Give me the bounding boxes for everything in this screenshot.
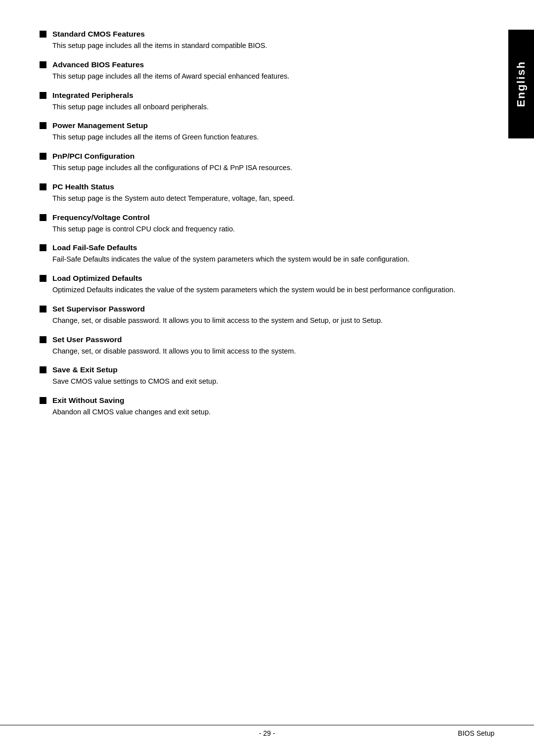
section-user-password: Set User PasswordChange, set, or disable… <box>40 335 485 357</box>
section-desc-exit-without-saving: Abandon all CMOS value changes and exit … <box>52 407 485 418</box>
section-desc-user-password: Change, set, or disable password. It all… <box>52 346 485 357</box>
section-desc-load-failsafe: Fail-Safe Defaults indicates the value o… <box>52 254 485 265</box>
bullet-icon-pc-health <box>40 183 46 190</box>
section-pc-health: PC Health StatusThis setup page is the S… <box>40 182 485 204</box>
section-advanced-bios: Advanced BIOS FeaturesThis setup page in… <box>40 60 485 82</box>
bullet-icon-advanced-bios <box>40 61 46 68</box>
section-title-pc-health: PC Health Status <box>52 182 114 191</box>
section-pnp-pci: PnP/PCI ConfigurationThis setup page inc… <box>40 152 485 174</box>
section-header-exit-without-saving: Exit Without Saving <box>40 396 485 405</box>
section-header-load-failsafe: Load Fail-Safe Defaults <box>40 243 485 252</box>
bullet-icon-exit-without-saving <box>40 397 46 404</box>
section-header-save-exit: Save & Exit Setup <box>40 365 485 374</box>
section-desc-save-exit: Save CMOS value settings to CMOS and exi… <box>52 376 485 387</box>
page-container: English Standard CMOS FeaturesThis setup… <box>0 0 534 756</box>
section-title-power-management: Power Management Setup <box>52 121 148 130</box>
section-title-supervisor-password: Set Supervisor Password <box>52 305 145 313</box>
section-header-freq-voltage: Frequency/Voltage Control <box>40 213 485 222</box>
section-title-exit-without-saving: Exit Without Saving <box>52 396 124 405</box>
bullet-icon-load-failsafe <box>40 244 46 251</box>
section-load-failsafe: Load Fail-Safe DefaultsFail-Safe Default… <box>40 243 485 265</box>
bullet-icon-freq-voltage <box>40 214 46 221</box>
section-desc-pnp-pci: This setup page includes all the configu… <box>52 163 485 174</box>
section-header-supervisor-password: Set Supervisor Password <box>40 305 485 313</box>
footer-right: BIOS Setup <box>458 729 494 737</box>
footer-center: - 29 - <box>259 729 275 737</box>
section-desc-power-management: This setup page includes all the items o… <box>52 132 485 143</box>
section-desc-pc-health: This setup page is the System auto detec… <box>52 193 485 204</box>
section-standard-cmos: Standard CMOS FeaturesThis setup page in… <box>40 30 485 51</box>
main-content: Standard CMOS FeaturesThis setup page in… <box>0 0 534 756</box>
footer: - 29 - BIOS Setup <box>0 725 534 741</box>
section-header-load-optimized: Load Optimized Defaults <box>40 274 485 283</box>
section-desc-advanced-bios: This setup page includes all the items o… <box>52 71 485 82</box>
bullet-icon-pnp-pci <box>40 153 46 160</box>
section-desc-integrated-peripherals: This setup page includes all onboard per… <box>52 102 485 113</box>
section-title-pnp-pci: PnP/PCI Configuration <box>52 152 134 161</box>
section-title-user-password: Set User Password <box>52 335 122 344</box>
bullet-icon-user-password <box>40 336 46 343</box>
section-header-pnp-pci: PnP/PCI Configuration <box>40 152 485 161</box>
section-title-advanced-bios: Advanced BIOS Features <box>52 60 144 69</box>
section-title-load-failsafe: Load Fail-Safe Defaults <box>52 243 137 252</box>
section-desc-load-optimized: Optimized Defaults indicates the value o… <box>52 285 485 296</box>
section-supervisor-password: Set Supervisor PasswordChange, set, or d… <box>40 305 485 326</box>
side-tab-label: English <box>515 61 528 107</box>
bullet-icon-supervisor-password <box>40 306 46 312</box>
section-load-optimized: Load Optimized DefaultsOptimized Default… <box>40 274 485 296</box>
bullet-icon-save-exit <box>40 366 46 373</box>
section-title-save-exit: Save & Exit Setup <box>52 365 118 374</box>
section-integrated-peripherals: Integrated PeripheralsThis setup page in… <box>40 91 485 113</box>
section-header-user-password: Set User Password <box>40 335 485 344</box>
section-title-integrated-peripherals: Integrated Peripherals <box>52 91 134 100</box>
bullet-icon-power-management <box>40 122 46 129</box>
section-desc-standard-cmos: This setup page includes all the items i… <box>52 41 485 51</box>
section-desc-supervisor-password: Change, set, or disable password. It all… <box>52 315 485 326</box>
bullet-icon-load-optimized <box>40 275 46 282</box>
section-title-load-optimized: Load Optimized Defaults <box>52 274 142 283</box>
bullet-icon-standard-cmos <box>40 31 46 38</box>
section-desc-freq-voltage: This setup page is control CPU clock and… <box>52 224 485 235</box>
bullet-icon-integrated-peripherals <box>40 92 46 99</box>
section-header-pc-health: PC Health Status <box>40 182 485 191</box>
section-title-freq-voltage: Frequency/Voltage Control <box>52 213 150 222</box>
section-header-advanced-bios: Advanced BIOS Features <box>40 60 485 69</box>
section-power-management: Power Management SetupThis setup page in… <box>40 121 485 143</box>
section-exit-without-saving: Exit Without SavingAbandon all CMOS valu… <box>40 396 485 418</box>
section-save-exit: Save & Exit SetupSave CMOS value setting… <box>40 365 485 387</box>
section-title-standard-cmos: Standard CMOS Features <box>52 30 145 39</box>
side-tab: English <box>508 30 534 138</box>
section-header-integrated-peripherals: Integrated Peripherals <box>40 91 485 100</box>
section-header-standard-cmos: Standard CMOS Features <box>40 30 485 39</box>
section-header-power-management: Power Management Setup <box>40 121 485 130</box>
section-freq-voltage: Frequency/Voltage ControlThis setup page… <box>40 213 485 235</box>
